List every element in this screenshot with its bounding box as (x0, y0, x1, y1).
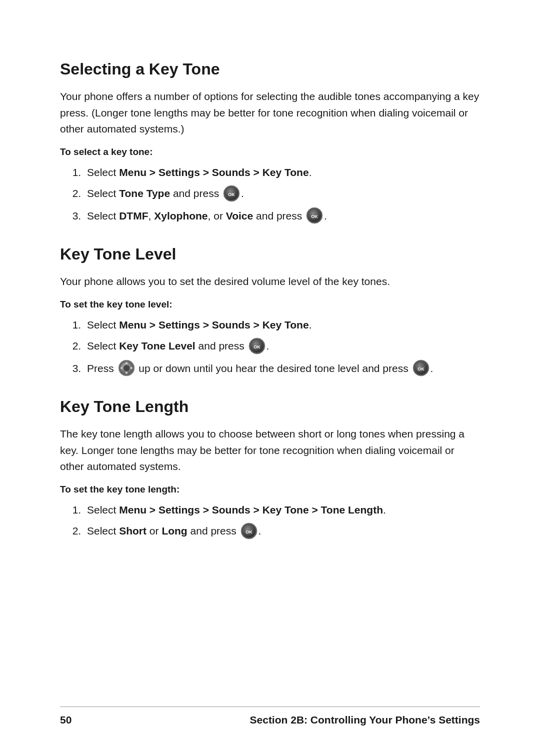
ok-button-icon-step3-s2: OK (412, 360, 430, 376)
svg-text:OK: OK (254, 344, 260, 350)
step-3-bold-dtmf: DTMF (119, 210, 148, 222)
steps-list-select-key-tone: Select Menu > Settings > Sounds > Key To… (84, 164, 480, 225)
svg-text:OK: OK (311, 214, 318, 219)
ok-button-icon-step2-s2: OK (248, 338, 266, 354)
steps-list-key-tone-level: Select Menu > Settings > Sounds > Key To… (84, 317, 480, 378)
section-title-selecting-key-tone: Selecting a Key Tone (60, 60, 480, 78)
svg-text:OK: OK (418, 366, 424, 372)
step-2-bold-ktl: Key Tone Level (119, 340, 196, 352)
ok-button-icon-step2-s3: OK (240, 522, 258, 540)
step-1-bold: Menu > Settings > Sounds > Key Tone (119, 166, 308, 178)
svg-text:OK: OK (228, 192, 235, 197)
svg-text:OK: OK (246, 530, 252, 534)
section-title-key-tone-level: Key Tone Level (60, 245, 480, 264)
step-3-select-key-tone: Select DTMF, Xylophone, or Voice and pre… (84, 208, 480, 225)
ok-button-icon-step3-s1: OK (306, 207, 323, 224)
section-body-selecting-key-tone: Your phone offers a number of options fo… (60, 88, 480, 138)
section-body-key-tone-length: The key tone length allows you to choose… (60, 426, 480, 475)
step-3-bold-voice: Voice (226, 210, 253, 222)
step-2-bold-short: Short (119, 525, 146, 536)
step-2-bold: Tone Type (119, 188, 170, 199)
step-1-select-key-tone: Select Menu > Settings > Sounds > Key To… (84, 164, 480, 181)
step-1-bold-ktonelen: Menu > Settings > Sounds > Key Tone > To… (119, 504, 383, 516)
step-2-bold-long: Long (162, 525, 187, 536)
nav-button-icon-step3-s2 (118, 360, 135, 376)
steps-list-key-tone-length: Select Menu > Settings > Sounds > Key To… (84, 502, 480, 540)
step-1-key-tone-level: Select Menu > Settings > Sounds > Key To… (84, 317, 480, 334)
section-key-tone-length: Key Tone Length The key tone length allo… (60, 398, 480, 540)
svg-point-11 (124, 365, 130, 371)
section-title-key-tone-length: Key Tone Length (60, 398, 480, 416)
step-2-key-tone-length: Select Short or Long and press OK . (84, 523, 480, 540)
sub-heading-key-tone-length: To set the key tone length: (60, 484, 480, 495)
step-2-key-tone-level: Select Key Tone Level and press OK . (84, 338, 480, 355)
ok-button-icon-step2-s1: OK (223, 185, 240, 202)
sub-heading-key-tone-level: To set the key tone level: (60, 299, 480, 310)
sub-heading-select-key-tone: To select a key tone: (60, 146, 480, 158)
page: Selecting a Key Tone Your phone offers a… (0, 0, 540, 756)
page-footer: 50 Section 2B: Controlling Your Phone’s … (60, 706, 480, 726)
step-2-select-key-tone: Select Tone Type and press OK . (84, 186, 480, 202)
step-3-bold-xylophone: Xylophone (154, 210, 208, 222)
section-key-tone-level: Key Tone Level Your phone allows you to … (60, 245, 480, 378)
section-body-key-tone-level: Your phone allows you to set the desired… (60, 274, 480, 290)
footer-page-number: 50 (60, 714, 72, 726)
footer-section-title: Section 2B: Controlling Your Phone’s Set… (250, 714, 480, 726)
step-1-key-tone-length: Select Menu > Settings > Sounds > Key To… (84, 502, 480, 518)
section-selecting-key-tone: Selecting a Key Tone Your phone offers a… (60, 60, 480, 225)
step-3-key-tone-level: Press up (84, 360, 480, 378)
step-1-bold-ktl: Menu > Settings > Sounds > Key Tone (119, 319, 308, 330)
